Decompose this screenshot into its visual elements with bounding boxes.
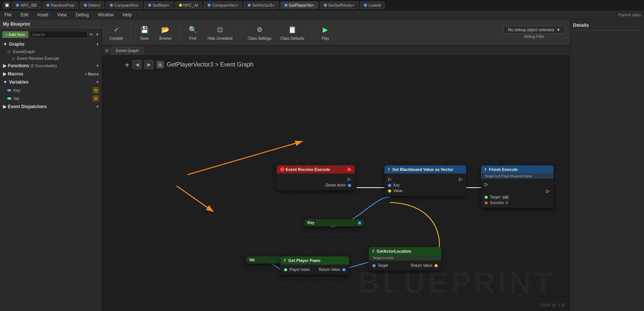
node-set-blackboard[interactable]: f Set Blackboard Value as Vector ▷ ▷ bbox=[384, 165, 466, 196]
gal-target-label: Target bbox=[378, 263, 388, 268]
debug-object-label: No debug object selected bbox=[508, 27, 554, 32]
tab-detect[interactable]: Detect bbox=[80, 1, 104, 9]
menu-edit[interactable]: Edit bbox=[19, 12, 30, 18]
menu-file[interactable]: File bbox=[3, 12, 13, 18]
menu-window[interactable]: Window bbox=[96, 12, 115, 18]
filter-icon[interactable]: ▼ bbox=[95, 32, 100, 37]
gpp-return-label: Return Value bbox=[319, 268, 340, 272]
macros-label: Macros bbox=[8, 71, 23, 77]
compile-button[interactable]: ✓ Compile bbox=[107, 22, 126, 42]
node-get-actor-location[interactable]: f GetActorLocation Target is Actor Targe… bbox=[369, 247, 441, 270]
gal-fn-icon: f bbox=[373, 249, 374, 253]
var-key-icon[interactable]: ⚙ bbox=[93, 87, 99, 93]
add-new-button[interactable]: + Add New bbox=[2, 31, 28, 38]
gal-target-pin: Target bbox=[373, 263, 388, 268]
toolbar-separator-1 bbox=[131, 23, 131, 42]
class-settings-button[interactable]: ⚙ Class Settings bbox=[245, 22, 274, 42]
hide-unrelated-button[interactable]: ⊡ Hide Unrelated bbox=[205, 22, 235, 42]
variables-section[interactable]: ▼ Variables + bbox=[0, 78, 102, 86]
node-gal-title: GetActorLocation bbox=[377, 249, 411, 253]
var-key-item[interactable]: Key ⚙ bbox=[0, 86, 102, 94]
exec-out-arrow2: ▷ bbox=[459, 176, 462, 182]
exec-in-pin: ▷ bbox=[388, 176, 391, 182]
tab-getselfvecto[interactable]: GetSelfVecto+ bbox=[320, 1, 359, 9]
find-button[interactable]: 🔍 Find bbox=[184, 22, 202, 42]
blueprint-canvas[interactable]: ★ ◀ ▶ ⊞ GetPlayerVector3 > Event Graph Z… bbox=[102, 56, 570, 311]
toolbar: ✓ Compile 💾 Save 📂 Browse 🔍 Find ⊡ Hide … bbox=[102, 19, 570, 45]
event-dispatchers-label: Event Dispatchers bbox=[8, 104, 47, 109]
event-graph-tab[interactable]: Event Graph bbox=[111, 47, 144, 54]
node-val-title: Val bbox=[249, 258, 254, 262]
node-event-receive-title: Event Receive Execute bbox=[286, 167, 330, 172]
collapse-arrow-macro: ▶ bbox=[3, 71, 6, 77]
menu-view[interactable]: View bbox=[56, 12, 68, 18]
node-key[interactable]: Key bbox=[305, 219, 364, 226]
menu-asset[interactable]: Asset bbox=[36, 12, 50, 18]
gpp-fn-icon: f bbox=[284, 259, 285, 263]
tab-dot bbox=[148, 4, 151, 7]
exec-pins-row: ▷ ▷ bbox=[388, 176, 462, 182]
event-dispatchers-section[interactable]: ▶ Event Dispatchers + bbox=[0, 103, 102, 111]
var-key-dot bbox=[7, 89, 11, 91]
debug-dropdown[interactable]: No debug object selected ▼ bbox=[503, 26, 565, 34]
tab-comparevec[interactable]: CompareVec+ bbox=[204, 1, 242, 9]
debug-object-area: No debug object selected ▼ Debug Filter bbox=[503, 26, 565, 39]
tab-getplayerve[interactable]: GetPlayerVe+ bbox=[280, 1, 318, 9]
browse-button[interactable]: 📂 Browse bbox=[156, 22, 175, 42]
eye-icon[interactable]: 👁 bbox=[89, 32, 94, 37]
toolbar-separator-2 bbox=[179, 23, 179, 42]
add-function-button[interactable]: + bbox=[96, 63, 99, 68]
event-receive-item[interactable]: ◇ Event Receive Execute bbox=[0, 55, 102, 62]
compile-label: Compile bbox=[110, 36, 123, 41]
node-finish-execute-title: Finish Execute bbox=[489, 167, 518, 172]
tab-dot-yellow bbox=[179, 4, 182, 7]
tab-compareboo[interactable]: CompareBoo bbox=[106, 1, 143, 9]
parent-class-label: Parent class bbox=[618, 13, 641, 17]
var-val-item[interactable]: Val ⚙ bbox=[0, 94, 102, 103]
class-defaults-button[interactable]: 📋 Class Defaults bbox=[277, 22, 307, 42]
nav-forward-button[interactable]: ▶ bbox=[144, 60, 153, 69]
menu-help[interactable]: Help bbox=[121, 12, 133, 18]
save-button[interactable]: 💾 Save bbox=[136, 22, 153, 42]
add-variable-button[interactable]: + bbox=[96, 80, 99, 85]
add-graph-button[interactable]: + bbox=[96, 42, 99, 47]
macros-section[interactable]: ▶ Macros + Macro bbox=[0, 70, 102, 78]
search-input[interactable] bbox=[30, 31, 88, 38]
var-val-label: Val bbox=[13, 96, 19, 101]
var-val-action: ⚙ bbox=[93, 95, 99, 101]
add-dispatcher-button[interactable]: + bbox=[96, 104, 99, 109]
var-val-icon[interactable]: ⚙ bbox=[93, 95, 99, 101]
gal-return-label: Return Value bbox=[411, 263, 432, 268]
tab-lookat[interactable]: Lookat bbox=[360, 1, 385, 9]
var-key-label: Key bbox=[13, 88, 20, 93]
left-panel: My Blueprint + Add New 👁 ▼ ▼ Graphs + ⬡ … bbox=[0, 19, 102, 311]
favorite-button[interactable]: ★ bbox=[124, 61, 130, 68]
event-graph-item[interactable]: ⬡ EventGraph bbox=[0, 48, 102, 55]
functions-section[interactable]: ▶ Functions (5 Overridable) + bbox=[0, 62, 102, 70]
success-pin: Success ☑ bbox=[485, 200, 550, 205]
debug-dropdown-arrow: ▼ bbox=[556, 27, 560, 32]
graphs-section[interactable]: ▼ Graphs + bbox=[0, 40, 102, 48]
node-finish-execute[interactable]: f Finish Execute Target is BTTask Bluepr… bbox=[481, 165, 553, 208]
tab-setvector3[interactable]: SetVector3+ bbox=[244, 1, 279, 9]
key-in-dot bbox=[388, 184, 391, 187]
tab-npc-ai[interactable]: NPC_AI bbox=[175, 1, 202, 9]
gpp-index-label: Player Index bbox=[289, 268, 310, 272]
functions-label: Functions bbox=[8, 63, 29, 68]
add-macro-button[interactable]: + Macro bbox=[85, 72, 99, 76]
play-button[interactable]: ▶ Play bbox=[316, 22, 334, 42]
ue-logo: ▣ bbox=[3, 1, 10, 9]
functions-sub: (5 Overridable) bbox=[30, 64, 57, 68]
browse-label: Browse bbox=[159, 36, 172, 41]
tab-randomposi[interactable]: RandomPosi bbox=[42, 1, 78, 9]
tab-npc-bb[interactable]: NPC_BB bbox=[12, 1, 41, 9]
node-get-player-pawn[interactable]: f Get Player Pawn Player Index Return Va… bbox=[280, 256, 349, 275]
tab-setbool[interactable]: SetBool+ bbox=[144, 1, 173, 9]
gal-pins-row: Target Return Value bbox=[373, 263, 438, 268]
owner-actor-pin: Owner Actor bbox=[280, 182, 351, 188]
nav-back-button[interactable]: ◀ bbox=[133, 60, 142, 69]
node-event-receive[interactable]: Event Receive Execute ▷ Owner Actor bbox=[277, 165, 355, 190]
finish-exec-in: ▷ bbox=[485, 181, 550, 188]
menu-debug[interactable]: Debug bbox=[74, 12, 90, 18]
tab-dot bbox=[284, 4, 287, 7]
